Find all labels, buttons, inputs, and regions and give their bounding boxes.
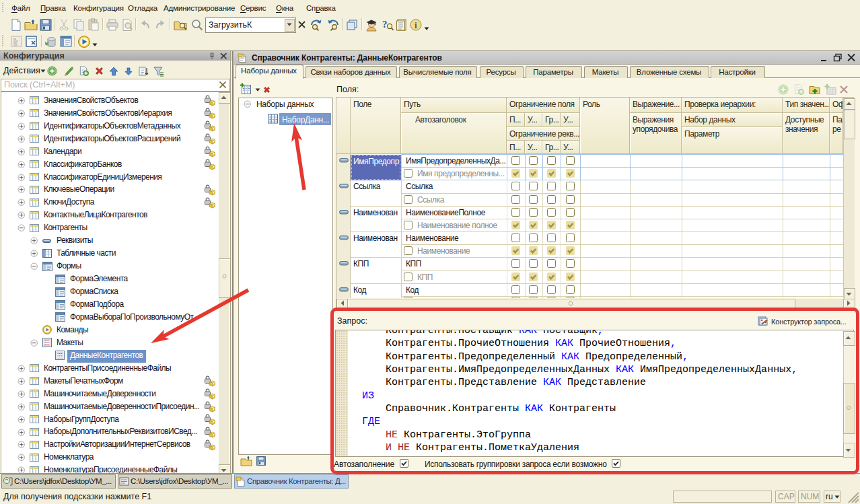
svg-text:?: ?	[382, 19, 388, 30]
svg-text:i: i	[415, 20, 417, 30]
